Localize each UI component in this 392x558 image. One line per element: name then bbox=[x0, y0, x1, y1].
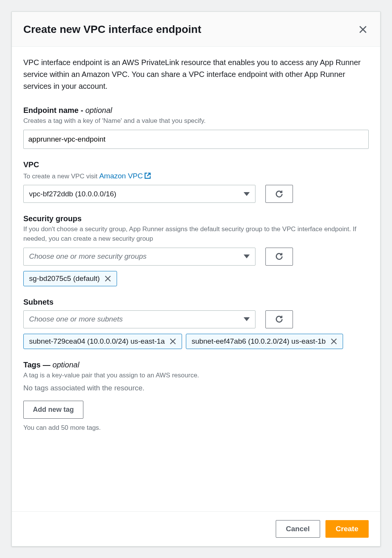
tags-label-prefix: Tags — bbox=[23, 361, 52, 369]
amazon-vpc-link[interactable]: Amazon VPC bbox=[99, 171, 151, 181]
subnets-label: Subnets bbox=[23, 298, 369, 307]
create-vpc-endpoint-modal: Create new VPC interface endpoint VPC in… bbox=[11, 11, 381, 547]
security-groups-label: Security groups bbox=[23, 214, 369, 223]
amazon-vpc-link-text: Amazon VPC bbox=[99, 171, 143, 181]
refresh-icon bbox=[275, 252, 283, 261]
remove-token-button[interactable] bbox=[169, 338, 176, 345]
optional-text: optional bbox=[85, 106, 112, 114]
tags-description: A tag is a key-value pair that you assig… bbox=[23, 371, 369, 380]
endpoint-name-label-text: Endpoint name - bbox=[23, 106, 85, 114]
modal-footer: Cancel Create bbox=[12, 511, 380, 546]
subnets-field: Subnets Choose one or more subnets bbox=[23, 298, 369, 349]
security-groups-description: If you don't choose a security group, Ap… bbox=[23, 225, 369, 243]
vpc-select[interactable]: vpc-bf272ddb (10.0.0.0/16) bbox=[23, 185, 255, 203]
endpoint-name-input[interactable] bbox=[23, 130, 369, 149]
cancel-button[interactable]: Cancel bbox=[276, 520, 320, 538]
modal-header: Create new VPC interface endpoint bbox=[12, 12, 380, 47]
vpc-field: VPC To create a new VPC visit Amazon VPC bbox=[23, 160, 369, 203]
create-button[interactable]: Create bbox=[325, 520, 369, 538]
caret-down-icon bbox=[244, 317, 250, 321]
security-groups-refresh-button[interactable] bbox=[265, 248, 293, 266]
add-new-tag-button[interactable]: Add new tag bbox=[23, 401, 83, 419]
vpc-selected-value: vpc-bf272ddb (10.0.0.0/16) bbox=[29, 190, 116, 198]
endpoint-name-description: Creates a tag with a key of 'Name' and a… bbox=[23, 116, 369, 126]
subnets-select[interactable]: Choose one or more subnets bbox=[23, 310, 255, 328]
security-group-token: sg-bd2075c5 (default) bbox=[23, 271, 117, 286]
endpoint-name-field: Endpoint name - optional Creates a tag w… bbox=[23, 106, 369, 149]
modal-title: Create new VPC interface endpoint bbox=[23, 23, 201, 36]
close-button[interactable] bbox=[357, 24, 369, 35]
external-link-icon bbox=[144, 172, 151, 179]
tag-limit-text: You can add 50 more tags. bbox=[23, 424, 369, 432]
tags-field: Tags — optional A tag is a key-value pai… bbox=[23, 361, 369, 432]
modal-body: VPC interface endpoint is an AWS Private… bbox=[12, 47, 380, 511]
vpc-refresh-button[interactable] bbox=[265, 185, 293, 203]
vpc-description: To create a new VPC visit Amazon VPC bbox=[23, 171, 369, 181]
subnet-token-label: subnet-eef47ab6 (10.0.2.0/24) us-east-1b bbox=[192, 337, 326, 346]
no-tags-text: No tags associated with the resource. bbox=[23, 384, 369, 392]
vpc-desc-prefix: To create a new VPC visit bbox=[23, 173, 99, 180]
subnet-token-label: subnet-729cea04 (10.0.0.0/24) us-east-1a bbox=[29, 337, 165, 346]
close-icon bbox=[359, 25, 367, 34]
subnets-placeholder: Choose one or more subnets bbox=[29, 315, 123, 323]
subnets-tokens: subnet-729cea04 (10.0.0.0/24) us-east-1a… bbox=[23, 334, 369, 349]
security-groups-tokens: sg-bd2075c5 (default) bbox=[23, 271, 369, 286]
endpoint-name-label: Endpoint name - optional bbox=[23, 106, 369, 115]
refresh-icon bbox=[275, 315, 283, 323]
remove-token-button[interactable] bbox=[330, 338, 337, 345]
vpc-label: VPC bbox=[23, 160, 369, 169]
subnet-token: subnet-729cea04 (10.0.0.0/24) us-east-1a bbox=[23, 334, 182, 349]
refresh-icon bbox=[275, 190, 283, 198]
security-groups-select[interactable]: Choose one or more security groups bbox=[23, 248, 255, 266]
security-groups-field: Security groups If you don't choose a se… bbox=[23, 214, 369, 286]
caret-down-icon bbox=[244, 255, 250, 258]
optional-text: optional bbox=[52, 361, 79, 369]
security-group-token-label: sg-bd2075c5 (default) bbox=[29, 274, 100, 283]
security-groups-placeholder: Choose one or more security groups bbox=[29, 252, 146, 261]
subnet-token: subnet-eef47ab6 (10.0.2.0/24) us-east-1b bbox=[186, 334, 343, 349]
tags-label: Tags — optional bbox=[23, 361, 369, 369]
modal-description: VPC interface endpoint is an AWS Private… bbox=[23, 57, 369, 92]
caret-down-icon bbox=[244, 192, 250, 196]
remove-token-button[interactable] bbox=[104, 275, 111, 282]
subnets-refresh-button[interactable] bbox=[265, 310, 293, 328]
